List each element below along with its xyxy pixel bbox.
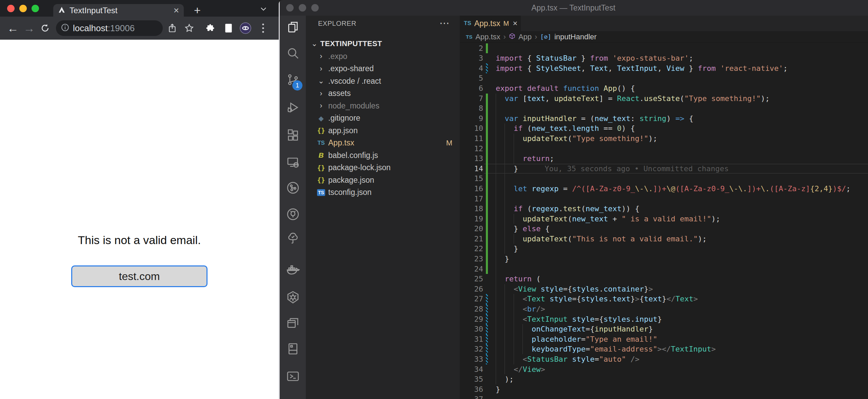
code-line[interactable]: 5 xyxy=(460,73,868,83)
browser-menu-icon[interactable] xyxy=(256,17,270,40)
editor-tab-apptsx[interactable]: TS App.tsx M × xyxy=(460,16,521,31)
explorer-header: EXPLORER xyxy=(318,20,356,27)
code-line[interactable]: 18 if (regexp.test(new_text)) { xyxy=(460,204,868,214)
code-line[interactable]: 25 return ( xyxy=(460,274,868,284)
code-line[interactable]: 14 }You, 35 seconds ago • Uncommitted ch… xyxy=(460,164,868,174)
forward-button[interactable]: → xyxy=(21,17,37,40)
browser-tab[interactable]: TextInputTest × xyxy=(53,4,184,17)
explorer-actions-icon[interactable]: ⋯ xyxy=(439,17,450,29)
code-line[interactable]: 3import { StatusBar } from 'expo-status-… xyxy=(460,53,868,63)
tab-close-icon[interactable]: × xyxy=(513,19,517,28)
code-line[interactable]: 17 xyxy=(460,194,868,204)
code-line[interactable]: 36} xyxy=(460,384,868,395)
new-tab-button[interactable]: + xyxy=(191,4,204,17)
reload-button[interactable] xyxy=(37,17,53,40)
code-line[interactable]: 23 } xyxy=(460,254,868,264)
code-line[interactable]: 27 <Text style={styles.text}>{text}</Tex… xyxy=(460,294,868,304)
back-button[interactable]: ← xyxy=(5,17,21,40)
docker-icon[interactable] xyxy=(280,261,306,280)
code-line[interactable]: 16 let regexp = /^([A-Za-z0-9_\-\.])+\@(… xyxy=(460,184,868,194)
site-info-icon[interactable] xyxy=(61,23,70,33)
vscode-window-title: App.tsx — TextInputTest xyxy=(279,0,868,16)
breadcrumb-method[interactable]: inputHandler xyxy=(554,33,597,41)
kubernetes-icon[interactable] xyxy=(280,288,306,307)
tree-item[interactable]: TSApp.tsxM xyxy=(306,137,460,149)
code-line[interactable]: 2 xyxy=(460,43,868,54)
search-icon[interactable] xyxy=(280,44,306,63)
git-graph-icon[interactable] xyxy=(280,178,306,197)
code-line[interactable]: 26 <View style={styles.container}> xyxy=(460,284,868,294)
address-bar[interactable]: localhost:19006 xyxy=(56,20,163,36)
code-line[interactable]: 28 <br/> xyxy=(460,304,868,314)
tree-item[interactable]: ›assets xyxy=(306,87,460,100)
extensions-icon[interactable] xyxy=(280,126,306,145)
tree-item[interactable]: {}app.json xyxy=(306,124,460,137)
dev-device-icon[interactable] xyxy=(280,339,306,358)
workspace-root[interactable]: ⌄ TEXTINPUTTEST xyxy=(306,37,460,50)
breadcrumb-file[interactable]: App.tsx xyxy=(475,33,500,41)
code-line[interactable]: 32 keyboardType="email-address"></TextIn… xyxy=(460,344,868,354)
tree-item[interactable]: ›node_modules xyxy=(306,100,460,112)
code-line[interactable]: 4import { StyleSheet, Text, TextInput, V… xyxy=(460,63,868,74)
extension-panel-icon[interactable] xyxy=(221,17,236,40)
indent-guide xyxy=(496,144,496,154)
tab-search-chevron-icon[interactable] xyxy=(259,5,268,14)
code-line[interactable]: 19 updateText(new_text + " is a valid em… xyxy=(460,214,868,224)
editor-tab-label: App.tsx xyxy=(474,19,500,28)
vscode-titlebar[interactable]: App.tsx — TextInputTest xyxy=(279,0,868,16)
tree-item[interactable]: {}package.json xyxy=(306,174,460,186)
remote-explorer-icon[interactable] xyxy=(280,153,306,172)
code-line[interactable]: 7 var [text, updateText] = React.useStat… xyxy=(460,94,868,104)
code-line[interactable]: 22 } xyxy=(460,244,868,254)
powershell-icon[interactable] xyxy=(280,367,306,386)
code-line[interactable]: 31 placeholder="Type an email!" xyxy=(460,334,868,344)
code-line[interactable]: 8 xyxy=(460,103,868,114)
line-number: 17 xyxy=(460,194,483,204)
code-line[interactable]: 10 if (new_text.length == 0) { xyxy=(460,123,868,134)
share-icon[interactable] xyxy=(165,17,179,40)
code-line[interactable]: 34 </View> xyxy=(460,364,868,375)
code-line[interactable]: 6export default function App() { xyxy=(460,83,868,94)
source-control-icon[interactable]: 1 xyxy=(280,70,306,89)
code-line[interactable]: 12 xyxy=(460,144,868,154)
email-text-input[interactable] xyxy=(71,265,208,287)
bookmark-star-icon[interactable] xyxy=(182,17,197,40)
code-line[interactable]: 15 xyxy=(460,174,868,184)
code-line[interactable]: 33 <StatusBar style="auto" /> xyxy=(460,354,868,364)
explorer-icon[interactable] xyxy=(280,18,306,37)
line-number: 35 xyxy=(460,374,483,384)
live-preview-icon[interactable] xyxy=(280,314,306,333)
tree-item[interactable]: ›.expo-shared xyxy=(306,63,460,75)
chevron-right-icon: › xyxy=(316,64,326,73)
code-line[interactable]: 13 return; xyxy=(460,154,868,164)
code-line[interactable]: 20 } else { xyxy=(460,224,868,234)
tree-item[interactable]: {}package-lock.json xyxy=(306,162,460,174)
code-line[interactable]: 9 var inputHandler = (new_text: string) … xyxy=(460,114,868,124)
tree-item[interactable]: TStsconfig.json xyxy=(306,186,460,199)
tree-item[interactable]: Bbabel.config.js xyxy=(306,149,460,162)
run-debug-icon[interactable] xyxy=(280,98,306,117)
code-line[interactable]: 21 updateText("This is not a valid email… xyxy=(460,234,868,244)
browser-tab-strip: TextInputTest × + xyxy=(0,0,279,17)
close-traffic-light[interactable] xyxy=(7,5,15,12)
code-line[interactable]: 37 xyxy=(460,394,868,399)
tree-item[interactable]: ◆.gitignore xyxy=(306,112,460,125)
code-line[interactable]: 30 onChangeText={inputHandler} xyxy=(460,324,868,334)
breadcrumb-symbol[interactable]: App xyxy=(518,33,532,41)
todo-tree-icon[interactable] xyxy=(280,228,306,247)
code-text: updateText("Type something!"); xyxy=(496,134,657,144)
profile-avatar[interactable] xyxy=(237,17,254,40)
tab-close-icon[interactable]: × xyxy=(174,6,179,15)
minimize-traffic-light[interactable] xyxy=(19,5,27,12)
github-icon[interactable] xyxy=(280,205,306,224)
code-line[interactable]: 24 xyxy=(460,264,868,274)
code-editor[interactable]: 23import { StatusBar } from 'expo-status… xyxy=(460,43,868,399)
code-line[interactable]: 35 ); xyxy=(460,374,868,384)
tree-item[interactable]: ⌄.vscode / .react xyxy=(306,75,460,87)
code-line[interactable]: 11 updateText("Type something!"); xyxy=(460,134,868,144)
extensions-puzzle-icon[interactable] xyxy=(203,17,218,40)
code-line[interactable]: 29 <TextInput style={styles.input} xyxy=(460,314,868,324)
zoom-traffic-light[interactable] xyxy=(32,5,39,12)
tree-item[interactable]: ›.expo xyxy=(306,50,460,63)
tree-item-label: package-lock.json xyxy=(328,163,391,172)
